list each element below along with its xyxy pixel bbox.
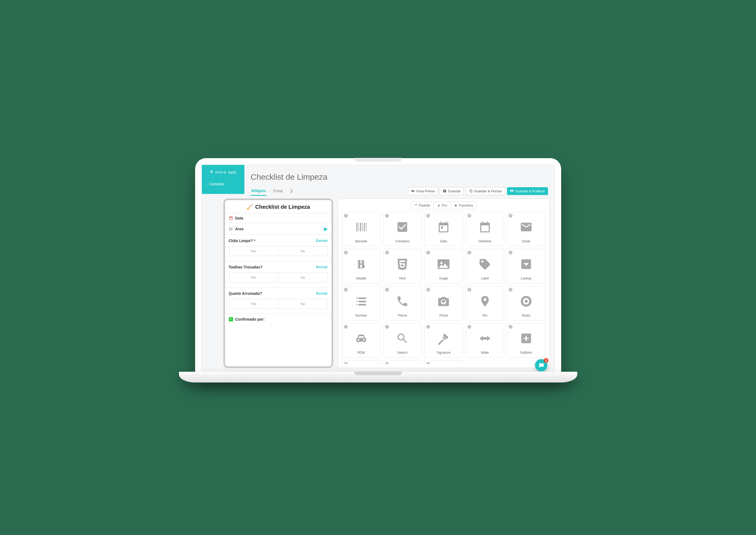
widget-label: Number [356,314,367,317]
info-icon[interactable]: i [385,362,389,364]
tab-next-arrow-icon[interactable]: ❯ [290,189,293,193]
question-3-yes[interactable]: Yes [229,299,278,309]
widget-label: Html [399,276,406,280]
info-icon[interactable]: i [426,251,430,254]
info-icon[interactable]: i [426,362,430,364]
chat-button[interactable]: 3 [535,359,547,372]
info-icon[interactable]: i [468,325,471,329]
info-icon[interactable]: i [344,251,348,254]
info-icon[interactable]: i [344,288,348,292]
widget-image[interactable]: iImage [424,249,463,283]
widget-label: Signature [437,351,451,354]
info-icon[interactable]: i [509,325,512,329]
cancel-button[interactable]: ← Cancelar [202,182,224,186]
question-2-title: Toalhas Trocadas? [229,265,263,269]
form-preview-panel: 🧹 Checklist de Limpeza Data [223,199,333,368]
cancel-label: Cancelar [209,182,224,186]
field-confirm[interactable]: ✓ Confirmado por: [225,314,332,325]
info-icon[interactable]: i [344,362,348,364]
save-button[interactable]: Guardar [440,187,464,195]
info-icon[interactable]: i [385,288,389,292]
widget-radio[interactable]: iRadio [507,286,545,320]
widget-label: Barcode [355,239,367,243]
info-icon[interactable]: i [426,288,430,292]
search-icon [396,326,409,351]
widget-barcode[interactable]: iBarcode [342,212,381,246]
question-1-exclude[interactable]: Excluir [316,239,328,242]
widget-text-area[interactable]: iText Area [383,360,422,364]
info-icon[interactable]: i [344,325,348,329]
question-2-no[interactable]: No [278,273,328,282]
save-close-label: Guardar & Fechar [474,189,502,193]
widget-rdw[interactable]: iRDW [342,323,381,357]
chat-badge: 3 [544,358,548,363]
widget-email[interactable]: iEmail [507,212,545,246]
widget-label: Subform [520,351,532,354]
header-icon [355,252,368,276]
info-icon[interactable]: i [385,251,389,254]
field-area[interactable]: Área ▶ [225,223,332,235]
widget-signature[interactable]: iSignature [424,323,463,357]
widget-tab-favorites[interactable]: Favoritos [451,202,476,209]
arrow-left-icon: ← [205,182,208,186]
radio-icon [520,289,533,314]
phone-icon [396,289,409,314]
question-2: Toalhas Trocadas? Excluir Yes No [225,261,332,287]
widget-tab-default[interactable]: Padrão [411,202,434,209]
info-icon[interactable]: i [426,325,430,329]
widget-time[interactable]: iTime [424,360,463,364]
widget-header[interactable]: iHeader [342,249,381,283]
question-3-no[interactable]: No [278,299,328,309]
widget-phone[interactable]: iPhone [383,286,422,320]
preview-button[interactable]: Vista Prévia [408,187,438,195]
editor-tabs: Widgets Email ❯ [251,186,293,196]
widget-tab-pro[interactable]: Pro [434,202,451,209]
tab-email[interactable]: Email [273,187,283,195]
widgets-panel: Padrão Pro Favoritos iBar [338,199,550,368]
question-1-no[interactable]: No [278,246,328,256]
email-icon [520,215,533,239]
question-2-exclude[interactable]: Excluir [316,265,328,269]
widget-label: Phone [398,314,407,317]
brand-logo: more app [209,170,237,174]
cloud-upload-icon [510,189,514,193]
info-icon[interactable]: i [344,214,348,218]
widget-label[interactable]: iLabel [466,249,504,283]
confirm-label: Confirmado por: [235,317,265,322]
info-icon[interactable]: i [385,214,389,218]
widget-checkbox[interactable]: iCheckbox [383,212,422,246]
question-2-yes[interactable]: Yes [229,273,278,282]
widget-datetime[interactable]: iDatetime [466,212,504,246]
save-publish-button[interactable]: Guardar & Publicar [507,187,548,195]
info-icon[interactable]: i [426,214,430,218]
info-icon[interactable]: i [385,325,389,329]
widget-label: Datetime [479,239,491,243]
html-icon [396,252,409,276]
info-icon[interactable]: i [509,288,512,292]
preview-label: Vista Prévia [416,189,435,193]
save-close-button[interactable]: Guardar & Fechar [466,187,505,195]
widget-search[interactable]: iSearch [383,323,422,357]
broom-icon: 🧹 [246,204,253,210]
widget-date[interactable]: iDate [424,212,463,246]
widget-photo[interactable]: iPhoto [424,286,463,320]
widget-pin[interactable]: iPin [466,286,504,320]
tab-widgets[interactable]: Widgets [251,186,266,196]
question-3-exclude[interactable]: Excluir [316,291,328,296]
widget-html[interactable]: iHtml [383,249,422,283]
field-date[interactable]: Data [225,213,332,223]
info-icon[interactable]: i [509,214,512,218]
widget-number[interactable]: iNumber [342,286,381,320]
widget-lookup[interactable]: iLookup [507,249,545,283]
widget-text[interactable]: iText [342,360,381,364]
info-icon[interactable]: i [468,214,471,218]
info-icon[interactable]: i [468,251,471,254]
info-icon[interactable]: i [468,288,471,292]
widget-label: Image [439,276,448,280]
info-icon[interactable]: i [509,251,512,254]
widget-subform[interactable]: iSubform [507,323,545,357]
question-1-yes[interactable]: Yes [229,246,278,256]
pin-icon [479,289,491,314]
widget-slider[interactable]: iSlider [466,323,504,357]
lookup-icon [520,252,533,276]
